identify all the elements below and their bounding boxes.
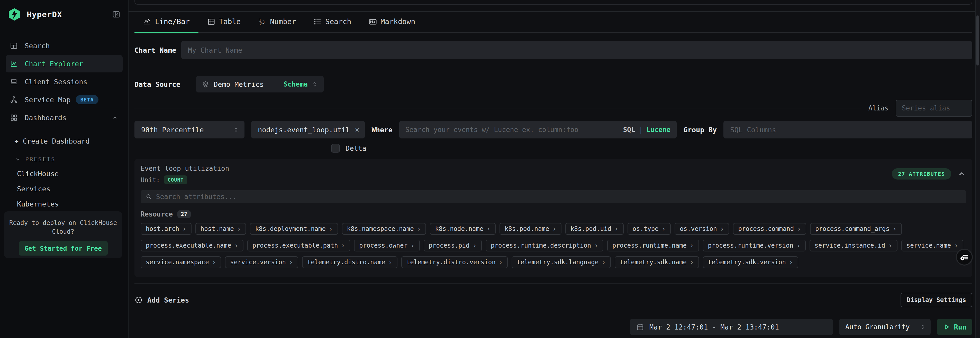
time-range-value: Mar 2 12:47:01 - Mar 2 13:47:01 — [649, 323, 779, 331]
dashboards-icon — [10, 114, 18, 122]
chart-options-fab[interactable] — [956, 249, 973, 265]
chevron-right-icon: › — [614, 225, 619, 233]
schema-link[interactable]: Schema — [283, 80, 308, 88]
sidebar-item-service-map[interactable]: Service Map BETA — [6, 91, 123, 108]
tab-number[interactable]: 1 2 3 Number — [249, 17, 305, 32]
attribute-tag-button[interactable]: k8s.pod.name› — [500, 223, 562, 235]
attribute-tag-button[interactable]: host.arch› — [141, 223, 191, 235]
attribute-tag-button[interactable]: telemetry.sdk.language› — [512, 256, 611, 268]
sidebar-item-chart-explorer[interactable]: Chart Explorer — [6, 55, 123, 72]
sidebar-item-search[interactable]: Search — [6, 37, 123, 54]
attribute-tag-label: service.version — [230, 259, 286, 266]
attribute-tag-label: telemetry.sdk.name — [620, 259, 687, 266]
group-by-input[interactable] — [724, 121, 972, 138]
chevron-right-icon: › — [594, 242, 598, 249]
tab-line-bar[interactable]: Line/Bar — [134, 17, 199, 32]
chevron-right-icon: › — [892, 225, 897, 233]
sidebar-item-client-sessions[interactable]: Client Sessions — [6, 73, 123, 90]
attribute-tag-button[interactable]: service.namespace› — [141, 256, 221, 268]
preset-item-kubernetes[interactable]: Kubernetes — [17, 200, 128, 208]
attribute-tag-label: k8s.pod.name — [505, 225, 549, 232]
lucene-toggle[interactable]: Lucene — [646, 126, 670, 133]
attribute-group-count-badge: 27 — [177, 210, 191, 218]
metric-chip[interactable]: nodejs.event_loop.util ✕ — [251, 121, 365, 138]
attribute-tag-button[interactable]: process.runtime.name› — [607, 240, 699, 251]
attribute-tag-button[interactable]: process.command› — [733, 223, 806, 235]
attribute-tag-button[interactable]: k8s.namespace.name› — [342, 223, 426, 235]
attribute-tag-label: process.owner — [359, 242, 407, 249]
granularity-select[interactable]: Auto Granularity — [839, 319, 931, 335]
attribute-tag-button[interactable]: telemetry.distro.name› — [302, 256, 398, 268]
close-icon[interactable]: ✕ — [355, 126, 360, 133]
delta-checkbox[interactable] — [331, 144, 340, 152]
attribute-tag-button[interactable]: k8s.deployment.name› — [250, 223, 338, 235]
data-source-select[interactable]: Demo Metrics Schema — [196, 76, 324, 92]
svg-text:2: 2 — [259, 21, 262, 26]
attribute-tag-button[interactable]: k8s.pod.uid› — [565, 223, 624, 235]
sql-toggle[interactable]: SQL — [623, 126, 635, 133]
svg-text:1: 1 — [638, 327, 640, 330]
series-alias-input[interactable] — [896, 100, 972, 117]
attribute-tag-button[interactable]: service.instance.id› — [810, 240, 897, 251]
chevron-right-icon: › — [789, 259, 793, 266]
attribute-search-input[interactable] — [156, 193, 961, 201]
scrollbar-thumb[interactable] — [977, 16, 979, 65]
service-map-icon — [10, 95, 18, 104]
select-caret-icon — [233, 126, 239, 133]
chevron-right-icon: › — [289, 259, 293, 266]
chevron-up-icon[interactable] — [958, 170, 966, 178]
time-range-picker[interactable]: 1 Mar 2 12:47:01 - Mar 2 13:47:01 — [630, 319, 833, 335]
attribute-tag-button[interactable]: service.name› — [901, 240, 963, 251]
aggregation-select[interactable]: 90th Percentile — [134, 121, 245, 138]
attribute-tag-button[interactable]: os.version› — [675, 223, 729, 235]
create-dashboard-button[interactable]: + Create Dashboard — [14, 137, 128, 145]
section-divider — [129, 11, 980, 12]
attribute-tag-button[interactable]: process.runtime.version› — [703, 240, 806, 251]
chart-name-label: Chart Name — [134, 46, 181, 54]
tab-markdown[interactable]: Markdown — [360, 17, 424, 32]
attribute-tag-button[interactable]: telemetry.distro.version› — [401, 256, 508, 268]
attribute-tag-button[interactable]: process.command_args› — [810, 223, 902, 235]
presets-label: PRESETS — [25, 156, 56, 163]
preset-item-services[interactable]: Services — [17, 185, 128, 193]
chevron-right-icon: › — [690, 259, 694, 266]
attribute-tag-label: host.name — [200, 225, 234, 232]
list-icon — [313, 18, 321, 26]
chart-name-input[interactable] — [181, 41, 972, 59]
attribute-tag-button[interactable]: service.version› — [225, 256, 298, 268]
attribute-tag-label: telemetry.sdk.version — [708, 259, 786, 266]
attribute-tag-button[interactable]: process.pid› — [424, 240, 482, 251]
display-settings-button[interactable]: Display Settings — [900, 293, 972, 307]
attribute-tag-button[interactable]: k8s.node.name› — [430, 223, 496, 235]
run-button[interactable]: Run — [937, 319, 972, 335]
line-chart-icon — [143, 18, 151, 26]
presets-toggle[interactable]: PRESETS — [14, 156, 128, 163]
attribute-tag-button[interactable]: os.type› — [628, 223, 671, 235]
attribute-tag-button[interactable]: telemetry.sdk.version› — [703, 256, 798, 268]
attribute-tag-button[interactable]: telemetry.sdk.name› — [615, 256, 699, 268]
add-series-button[interactable]: Add Series — [134, 296, 189, 304]
app-header: HyperDX — [0, 0, 128, 21]
markdown-icon — [369, 18, 377, 26]
promo-text: Ready to deploy on ClickHouse Cloud? — [9, 219, 118, 236]
preset-item-clickhouse[interactable]: ClickHouse — [17, 170, 128, 178]
attribute-tag-button[interactable]: host.name› — [196, 223, 246, 235]
select-caret-icon — [920, 324, 926, 330]
attribute-tag-button[interactable]: process.runtime.description› — [486, 240, 603, 251]
attribute-tag-button[interactable]: process.owner› — [354, 240, 420, 251]
data-source-value: Demo Metrics — [214, 80, 264, 88]
select-caret-icon — [311, 81, 318, 87]
tab-search[interactable]: Search — [305, 17, 360, 32]
where-search-input[interactable] — [406, 126, 619, 133]
get-started-button[interactable]: Get Started for Free — [19, 241, 108, 255]
sidebar-item-dashboards[interactable]: Dashboards — [6, 109, 123, 126]
attribute-tag-label: telemetry.sdk.language — [517, 259, 598, 266]
layers-icon — [202, 80, 210, 88]
attribute-tag-button[interactable]: process.executable.name› — [141, 240, 243, 251]
chevron-up-icon[interactable] — [111, 114, 119, 121]
tab-table[interactable]: Table — [199, 17, 249, 32]
sidebar-collapse-icon[interactable] — [112, 10, 121, 19]
attribute-tag-button[interactable]: process.executable.path› — [247, 240, 350, 251]
delta-label: Delta — [345, 144, 366, 152]
calendar-icon: 1 — [636, 323, 644, 331]
